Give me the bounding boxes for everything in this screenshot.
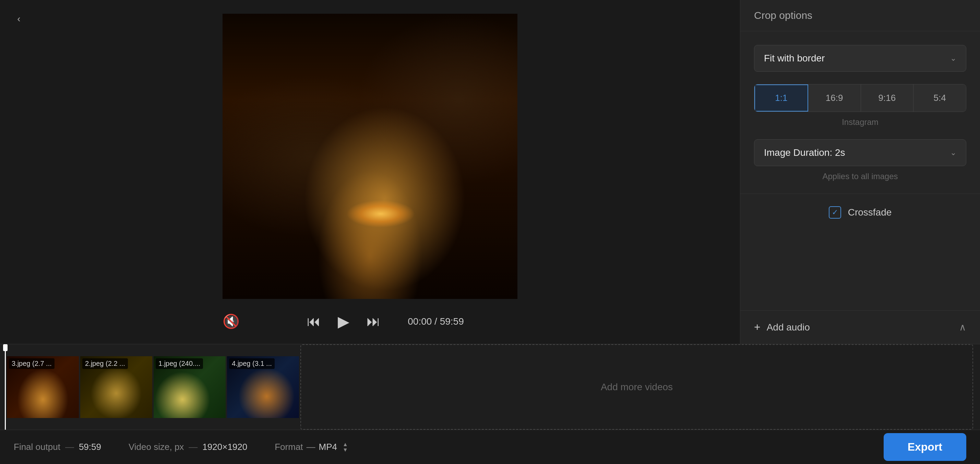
stepper-up-icon: ▲ <box>342 442 348 447</box>
preview-area: ‹ 🔇 ⏮ ▶ ⏭ 00:00 / <box>0 0 740 344</box>
export-button[interactable]: Export <box>884 433 966 461</box>
instagram-label: Instagram <box>754 117 966 127</box>
play-icon: ▶ <box>338 313 349 330</box>
play-button[interactable]: ▶ <box>338 313 349 330</box>
thumbnail-label: 3.jpeg (2.7 ... <box>9 358 54 369</box>
add-audio-row: + Add audio ∧ <box>740 310 980 344</box>
aspect-ratio-5-4[interactable]: 5:4 <box>913 85 966 112</box>
preview-image <box>223 14 517 299</box>
aspect-ratio-group: 1:1 16:9 9:16 5:4 <box>754 84 966 112</box>
final-output-value: 59:59 <box>79 442 101 452</box>
crossfade-label: Crossfade <box>848 207 892 218</box>
video-size-stat: Video size, px — 1920×1920 <box>129 442 247 452</box>
skip-forward-button[interactable]: ⏭ <box>367 314 380 329</box>
skip-forward-icon: ⏭ <box>367 314 380 329</box>
mute-button[interactable]: 🔇 <box>223 313 240 330</box>
add-more-videos-label: Add more videos <box>601 382 673 392</box>
player-controls: 🔇 ⏮ ▶ ⏭ 00:00 / 59:59 <box>223 313 517 330</box>
crop-dropdown-label: Fit with border <box>764 53 825 64</box>
crop-dropdown[interactable]: Fit with border ⌄ <box>754 45 966 72</box>
aspect-ratio-9-16[interactable]: 9:16 <box>861 85 914 112</box>
crossfade-checkbox[interactable]: ✓ <box>829 206 841 218</box>
format-stepper[interactable]: ▲ ▼ <box>342 442 348 453</box>
skip-back-icon: ⏮ <box>307 314 321 329</box>
final-output-label: Final output <box>14 442 60 452</box>
image-duration-dropdown[interactable]: Image Duration: 2s ⌄ <box>754 139 966 166</box>
right-panel: Crop options Fit with border ⌄ 1:1 16:9 … <box>740 0 980 344</box>
crossfade-row: ✓ Crossfade <box>754 206 966 218</box>
crop-options-title: Crop options <box>740 0 980 31</box>
preview-container <box>223 14 517 299</box>
thumbnail-label: 1.jpeg (240.... <box>156 358 203 369</box>
thumbnails-strip: 3.jpeg (2.7 ... 2.jpeg (2.2 ... 1.jpeg (… <box>0 344 299 430</box>
format-value: MP4 <box>319 442 337 452</box>
final-output-stat: Final output — 59:59 <box>14 442 101 452</box>
bottom-bar: Final output — 59:59 Video size, px — 19… <box>0 430 980 464</box>
duration-dropdown-arrow-icon: ⌄ <box>950 148 956 157</box>
time-display: 00:00 / 59:59 <box>408 316 464 327</box>
applies-to-all-label: Applies to all images <box>754 172 966 181</box>
skip-back-button[interactable]: ⏮ <box>307 314 321 329</box>
plus-icon: + <box>754 321 760 333</box>
thumbnail-label: 2.jpeg (2.2 ... <box>82 358 128 369</box>
timeline-scrubber[interactable] <box>5 344 6 430</box>
playback-controls: ⏮ ▶ ⏭ 00:00 / 59:59 <box>253 313 517 330</box>
format-label: Format <box>275 442 303 452</box>
thumbnail-item[interactable]: 1.jpeg (240.... <box>154 356 226 418</box>
dropdown-arrow-icon: ⌄ <box>950 54 956 63</box>
thumbnail-item[interactable]: 4.jpeg (3.1 ... <box>227 356 299 418</box>
add-more-videos-area[interactable]: Add more videos <box>301 344 973 430</box>
stepper-down-icon: ▼ <box>342 447 348 453</box>
video-size-label: Video size, px <box>129 442 184 452</box>
thumbnail-label: 4.jpeg (3.1 ... <box>229 358 275 369</box>
add-audio-label: Add audio <box>767 322 810 333</box>
back-button[interactable]: ‹ <box>10 10 27 27</box>
collapse-button[interactable]: ∧ <box>959 322 966 333</box>
image-duration-label: Image Duration: 2s <box>764 147 845 158</box>
checkmark-icon: ✓ <box>832 208 838 217</box>
timeline-area: 3.jpeg (2.7 ... 2.jpeg (2.2 ... 1.jpeg (… <box>0 344 980 430</box>
aspect-ratio-16-9[interactable]: 16:9 <box>808 85 861 112</box>
panel-content: Fit with border ⌄ 1:1 16:9 9:16 5:4 Inst… <box>740 31 980 232</box>
aspect-ratio-1-1[interactable]: 1:1 <box>754 85 808 112</box>
thumbnail-item[interactable]: 3.jpeg (2.7 ... <box>7 356 79 418</box>
format-select: Format — MP4 ▲ ▼ <box>275 442 348 453</box>
mute-icon: 🔇 <box>223 313 240 330</box>
add-audio-button[interactable]: + Add audio <box>754 321 810 333</box>
video-size-value: 1920×1920 <box>202 442 247 452</box>
thumbnail-item[interactable]: 2.jpeg (2.2 ... <box>80 356 152 418</box>
